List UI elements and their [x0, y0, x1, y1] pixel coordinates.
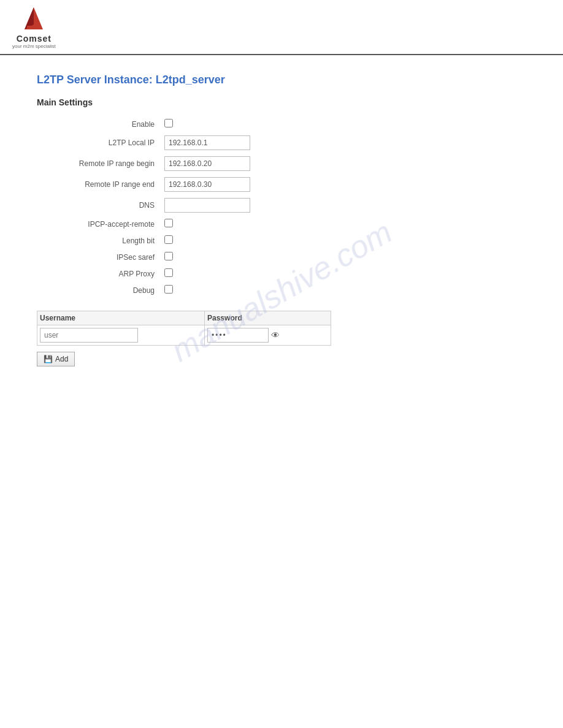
l2tp-local-ip-cell — [159, 132, 515, 153]
credentials-input-row: 👁 — [37, 325, 331, 346]
length-bit-row: Length bit — [37, 232, 515, 249]
logo-text: Comset — [17, 34, 52, 44]
enable-checkbox[interactable] — [164, 119, 173, 127]
ipsec-row: IPSec saref — [37, 249, 515, 265]
length-bit-label: Length bit — [37, 232, 159, 249]
add-label: Add — [55, 355, 68, 363]
username-input[interactable] — [40, 328, 138, 343]
logo: Comset your m2m specialist — [12, 6, 56, 49]
eye-icon[interactable]: 👁 — [271, 330, 280, 340]
l2tp-local-ip-label: L2TP Local IP — [37, 132, 159, 153]
section-title: Main Settings — [37, 97, 515, 107]
l2tp-local-ip-row: L2TP Local IP — [37, 132, 515, 153]
remote-ip-begin-row: Remote IP range begin — [37, 153, 515, 174]
settings-form: Enable L2TP Local IP Remote IP range beg… — [37, 116, 515, 298]
password-input-cell: 👁 — [205, 325, 331, 346]
debug-label: Debug — [37, 282, 159, 298]
debug-checkbox[interactable] — [164, 285, 173, 294]
enable-row: Enable — [37, 116, 515, 132]
ipsec-checkbox[interactable] — [164, 252, 173, 260]
credentials-header-row: Username Password — [37, 311, 331, 325]
logo-icon — [18, 6, 49, 34]
logo-sub: your m2m specialist — [12, 44, 56, 49]
credentials-section: Username Password 👁 💾 — [37, 311, 515, 366]
debug-row: Debug — [37, 282, 515, 298]
add-button[interactable]: 💾 Add — [37, 352, 75, 366]
main-content: L2TP Server Instance: L2tpd_server Main … — [0, 55, 552, 385]
ipcp-cell — [159, 216, 515, 232]
l2tp-local-ip-input[interactable] — [164, 135, 250, 150]
add-icon: 💾 — [44, 355, 53, 363]
remote-ip-begin-cell — [159, 153, 515, 174]
password-header: Password — [205, 311, 331, 325]
dns-label: DNS — [37, 195, 159, 216]
credentials-table: Username Password 👁 — [37, 311, 331, 346]
length-bit-checkbox[interactable] — [164, 235, 173, 244]
length-bit-cell — [159, 232, 515, 249]
username-input-cell — [37, 325, 205, 346]
header: Comset your m2m specialist — [0, 0, 563, 55]
password-input[interactable] — [207, 328, 269, 343]
remote-ip-end-row: Remote IP range end — [37, 174, 515, 195]
enable-cell — [159, 116, 515, 132]
remote-ip-begin-label: Remote IP range begin — [37, 153, 159, 174]
ipcp-row: IPCP-accept-remote — [37, 216, 515, 232]
password-wrapper: 👁 — [207, 328, 327, 343]
debug-cell — [159, 282, 515, 298]
page-title: L2TP Server Instance: L2tpd_server — [37, 74, 515, 86]
dns-cell — [159, 195, 515, 216]
remote-ip-begin-input[interactable] — [164, 156, 250, 171]
dns-row: DNS — [37, 195, 515, 216]
remote-ip-end-cell — [159, 174, 515, 195]
svg-marker-2 — [27, 26, 40, 29]
ipsec-label: IPSec saref — [37, 249, 159, 265]
arp-proxy-cell — [159, 265, 515, 282]
remote-ip-end-label: Remote IP range end — [37, 174, 159, 195]
remote-ip-end-input[interactable] — [164, 177, 250, 192]
dns-input[interactable] — [164, 198, 250, 213]
enable-label: Enable — [37, 116, 159, 132]
ipcp-label: IPCP-accept-remote — [37, 216, 159, 232]
ipcp-checkbox[interactable] — [164, 219, 173, 227]
username-header: Username — [37, 311, 205, 325]
arp-proxy-checkbox[interactable] — [164, 268, 173, 277]
arp-proxy-label: ARP Proxy — [37, 265, 159, 282]
arp-proxy-row: ARP Proxy — [37, 265, 515, 282]
ipsec-cell — [159, 249, 515, 265]
